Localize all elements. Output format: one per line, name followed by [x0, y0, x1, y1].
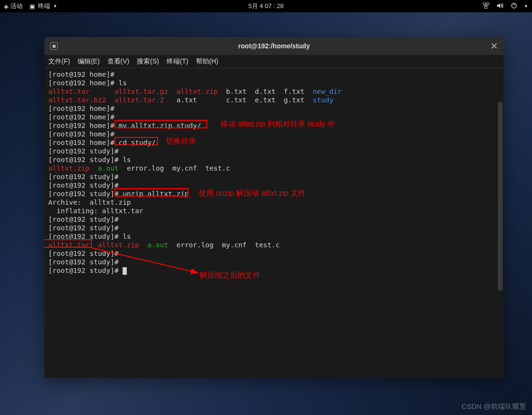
- term-line: [root@192 study]#: [48, 249, 500, 258]
- window-title: root@192:/home/study: [238, 42, 310, 50]
- term-line: [root@192 home]# mv alltxt.zip study/: [48, 121, 500, 130]
- app-menu-label: 终端: [38, 2, 50, 10]
- term-line: [root@192 study]#: [48, 147, 500, 155]
- term-line: [root@192 study]#: [48, 172, 500, 181]
- terminal-icon: ▣: [29, 3, 35, 10]
- watermark: CSDN @前端玖耀里: [461, 402, 526, 411]
- network-icon[interactable]: [482, 2, 490, 10]
- term-line: [root@192 home]#: [48, 113, 500, 121]
- menu-file[interactable]: 文件(F): [48, 57, 70, 66]
- svg-rect-0: [483, 3, 486, 5]
- term-line: [root@192 study]# ls: [48, 232, 500, 241]
- chevron-down-icon: ▼: [53, 4, 57, 9]
- term-line: inflating: alltxt.tar: [48, 207, 500, 215]
- term-line: alltxt.tar alltxt.zip a.out error.log my…: [48, 241, 500, 249]
- term-line: [root@192 home]#: [48, 130, 500, 138]
- cursor: [123, 267, 127, 275]
- menubar: 文件(F) 编辑(E) 查看(V) 搜索(S) 终端(T) 帮助(H): [44, 55, 504, 68]
- term-line: [root@192 home]# ls: [48, 79, 500, 87]
- term-line: [root@192 home]#: [48, 70, 500, 79]
- term-line: [root@192 home]#: [48, 104, 500, 113]
- term-line: [root@192 home]# cd study/: [48, 138, 500, 147]
- activities-label: 活动: [10, 2, 23, 10]
- system-topbar: ◈ 活动 ▣ 终端 ▼ 5月 4 07 : 28 ▼: [0, 0, 532, 12]
- terminal-content[interactable]: [root@192 home]# [root@192 home]# ls all…: [44, 68, 504, 378]
- menu-view[interactable]: 查看(V): [107, 57, 130, 66]
- term-line: alltxt.tar alltxt.tar.gz alltxt.zip b.tx…: [48, 87, 500, 96]
- term-line: [root@192 study]#: [48, 215, 500, 224]
- terminal-window: ▣ root@192:/home/study 文件(F) 编辑(E) 查看(V)…: [44, 37, 504, 378]
- term-line: alltxt.tar.bz2 alltxt.tar.Z a.txt c.txt …: [48, 96, 500, 104]
- term-line: [root@192 study]#: [48, 266, 500, 275]
- power-icon[interactable]: [511, 2, 517, 10]
- term-line: [root@192 study]#: [48, 224, 500, 232]
- clock[interactable]: 5月 4 07 : 28: [248, 2, 284, 10]
- activities-button[interactable]: ◈ 活动: [4, 2, 23, 10]
- titlebar[interactable]: ▣ root@192:/home/study: [44, 37, 504, 55]
- menu-terminal[interactable]: 终端(T): [167, 57, 188, 66]
- term-line: [root@192 study]#: [48, 181, 500, 189]
- term-line: Archive: alltxt.zip: [48, 198, 500, 207]
- volume-icon[interactable]: [497, 2, 504, 10]
- menu-help[interactable]: 帮助(H): [196, 57, 218, 66]
- svg-rect-2: [485, 7, 487, 9]
- system-menu-chevron-icon[interactable]: ▼: [524, 4, 528, 9]
- scrollbar[interactable]: [498, 101, 503, 291]
- menu-edit[interactable]: 编辑(E): [78, 57, 100, 66]
- close-button[interactable]: [490, 42, 498, 50]
- app-menu[interactable]: ▣ 终端 ▼: [29, 2, 57, 10]
- term-line: [root@192 study]# ls: [48, 155, 500, 164]
- term-line: [root@192 study]# unzip alltxt.zip: [48, 189, 500, 198]
- term-line: [root@192 study]#: [48, 258, 500, 266]
- menu-search[interactable]: 搜索(S): [137, 57, 159, 66]
- svg-rect-1: [487, 3, 489, 5]
- new-tab-icon[interactable]: ▣: [50, 42, 58, 50]
- term-line: alltxt.zip a.out error.log my.cnf test.c: [48, 164, 500, 172]
- activities-icon: ◈: [4, 3, 9, 10]
